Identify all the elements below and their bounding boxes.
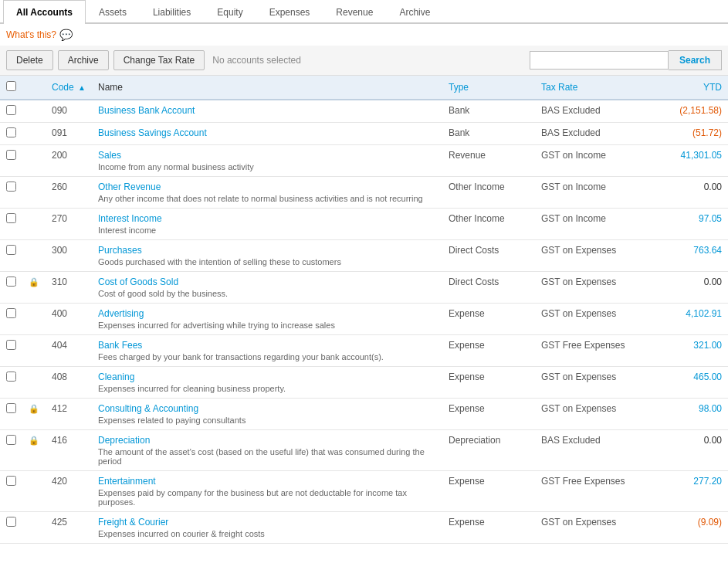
row-checkbox[interactable] bbox=[6, 182, 16, 192]
account-type: Other Income bbox=[442, 177, 535, 209]
row-checkbox[interactable] bbox=[6, 403, 16, 413]
table-row: 425Freight & CourierExpenses incurred on… bbox=[0, 512, 728, 544]
no-accounts-label: No accounts selected bbox=[212, 55, 525, 66]
table-row: 🔒310Cost of Goods SoldCost of good sold … bbox=[0, 272, 728, 304]
account-name-link[interactable]: Cost of Goods Sold bbox=[98, 277, 436, 287]
account-tax-rate: GST on Income bbox=[535, 145, 651, 177]
change-tax-rate-button[interactable]: Change Tax Rate bbox=[113, 50, 205, 70]
taxrate-header: Tax Rate bbox=[535, 76, 651, 100]
chat-icon: 💬 bbox=[59, 29, 73, 41]
row-checkbox-cell bbox=[0, 209, 22, 240]
tab-liabilities[interactable]: Liabilities bbox=[140, 0, 204, 24]
account-ytd: 465.00 bbox=[651, 367, 728, 399]
account-name-link[interactable]: Purchases bbox=[98, 245, 436, 256]
account-name-link[interactable]: Consulting & Accounting bbox=[98, 403, 436, 414]
whats-this-link[interactable]: What's this? 💬 bbox=[0, 24, 728, 46]
account-description: Expenses paid by company for the busines… bbox=[98, 488, 436, 507]
account-description: Expenses incurred for advertising while … bbox=[98, 321, 436, 330]
select-all-checkbox[interactable] bbox=[6, 81, 16, 91]
search-box: Search bbox=[530, 50, 722, 70]
sort-arrow-icon: ▲ bbox=[78, 83, 86, 92]
tab-assets[interactable]: Assets bbox=[86, 0, 140, 24]
row-checkbox[interactable] bbox=[6, 127, 16, 137]
account-tax-rate: BAS Excluded bbox=[535, 100, 651, 123]
row-checkbox-cell bbox=[0, 177, 22, 209]
row-checkbox[interactable] bbox=[6, 340, 16, 350]
type-header: Type bbox=[442, 76, 535, 100]
row-checkbox[interactable] bbox=[6, 435, 16, 445]
row-checkbox[interactable] bbox=[6, 372, 16, 382]
tab-all-accounts[interactable]: All Accounts bbox=[3, 0, 86, 24]
account-type: Bank bbox=[442, 100, 535, 123]
row-checkbox[interactable] bbox=[6, 476, 16, 486]
row-checkbox[interactable] bbox=[6, 277, 16, 287]
account-name-cell: CleaningExpenses incurred for cleaning b… bbox=[92, 367, 442, 399]
table-row: 300PurchasesGoods purchased with the int… bbox=[0, 240, 728, 272]
tab-equity[interactable]: Equity bbox=[204, 0, 256, 24]
row-checkbox[interactable] bbox=[6, 105, 16, 115]
lock-cell: 🔒 bbox=[22, 430, 46, 471]
account-description: Cost of good sold by the business. bbox=[98, 289, 436, 298]
account-tax-rate: GST on Income bbox=[535, 177, 651, 209]
tab-revenue[interactable]: Revenue bbox=[323, 0, 386, 24]
account-name-link[interactable]: Bank Fees bbox=[98, 340, 436, 351]
tab-archive[interactable]: Archive bbox=[386, 0, 443, 24]
account-name-link[interactable]: Interest Income bbox=[98, 213, 436, 224]
account-name-link[interactable]: Advertising bbox=[98, 308, 436, 319]
account-name-cell: Consulting & AccountingExpenses related … bbox=[92, 399, 442, 430]
search-input[interactable] bbox=[530, 51, 669, 70]
row-checkbox[interactable] bbox=[6, 517, 16, 527]
table-row: 408CleaningExpenses incurred for cleanin… bbox=[0, 367, 728, 399]
lock-cell bbox=[22, 123, 46, 145]
lock-cell: 🔒 bbox=[22, 272, 46, 304]
account-code: 412 bbox=[46, 399, 92, 430]
lock-icon: 🔒 bbox=[29, 436, 39, 445]
account-tax-rate: GST on Expenses bbox=[535, 304, 651, 335]
account-ytd: 4,102.91 bbox=[651, 304, 728, 335]
account-name-link[interactable]: Entertainment bbox=[98, 476, 436, 487]
table-header-row: Code ▲ Name Type Tax Rate YTD bbox=[0, 76, 728, 100]
account-name-link[interactable]: Cleaning bbox=[98, 372, 436, 382]
table-row: 🔒412Consulting & AccountingExpenses rela… bbox=[0, 399, 728, 430]
select-all-header[interactable] bbox=[0, 76, 22, 100]
lock-cell bbox=[22, 367, 46, 399]
lock-cell bbox=[22, 512, 46, 544]
search-button[interactable]: Search bbox=[669, 50, 722, 70]
row-checkbox-cell bbox=[0, 304, 22, 335]
tab-expenses[interactable]: Expenses bbox=[256, 0, 323, 24]
table-container: Code ▲ Name Type Tax Rate YTD 090Busines… bbox=[0, 76, 728, 544]
row-checkbox[interactable] bbox=[6, 308, 16, 318]
table-row: 260Other RevenueAny other income that do… bbox=[0, 177, 728, 209]
account-ytd: 763.64 bbox=[651, 240, 728, 272]
account-tax-rate: GST on Expenses bbox=[535, 240, 651, 272]
lock-cell: 🔒 bbox=[22, 399, 46, 430]
account-name-cell: Bank FeesFees charged by your bank for t… bbox=[92, 335, 442, 367]
account-type: Depreciation bbox=[442, 430, 535, 471]
code-header[interactable]: Code ▲ bbox=[46, 76, 92, 100]
account-name-link[interactable]: Sales bbox=[98, 150, 436, 161]
account-code: 270 bbox=[46, 209, 92, 240]
lock-cell bbox=[22, 304, 46, 335]
row-checkbox[interactable] bbox=[6, 150, 16, 160]
row-checkbox-cell bbox=[0, 512, 22, 544]
row-checkbox-cell bbox=[0, 240, 22, 272]
row-checkbox[interactable] bbox=[6, 245, 16, 255]
account-description: Interest income bbox=[98, 226, 436, 235]
account-name-link[interactable]: Business Bank Account bbox=[98, 105, 436, 116]
lock-cell bbox=[22, 145, 46, 177]
account-code: 310 bbox=[46, 272, 92, 304]
account-name-cell: PurchasesGoods purchased with the intent… bbox=[92, 240, 442, 272]
row-checkbox[interactable] bbox=[6, 213, 16, 223]
account-name-link[interactable]: Other Revenue bbox=[98, 182, 436, 192]
account-code: 420 bbox=[46, 471, 92, 512]
row-checkbox-cell bbox=[0, 471, 22, 512]
account-name-link[interactable]: Freight & Courier bbox=[98, 517, 436, 528]
account-ytd: 321.00 bbox=[651, 335, 728, 367]
ytd-header: YTD bbox=[651, 76, 728, 100]
account-name-link[interactable]: Business Savings Account bbox=[98, 127, 436, 138]
delete-button[interactable]: Delete bbox=[6, 50, 53, 70]
account-name-link[interactable]: Depreciation bbox=[98, 435, 436, 446]
archive-button[interactable]: Archive bbox=[58, 50, 109, 70]
account-description: Any other income that does not relate to… bbox=[98, 194, 436, 203]
account-code: 091 bbox=[46, 123, 92, 145]
